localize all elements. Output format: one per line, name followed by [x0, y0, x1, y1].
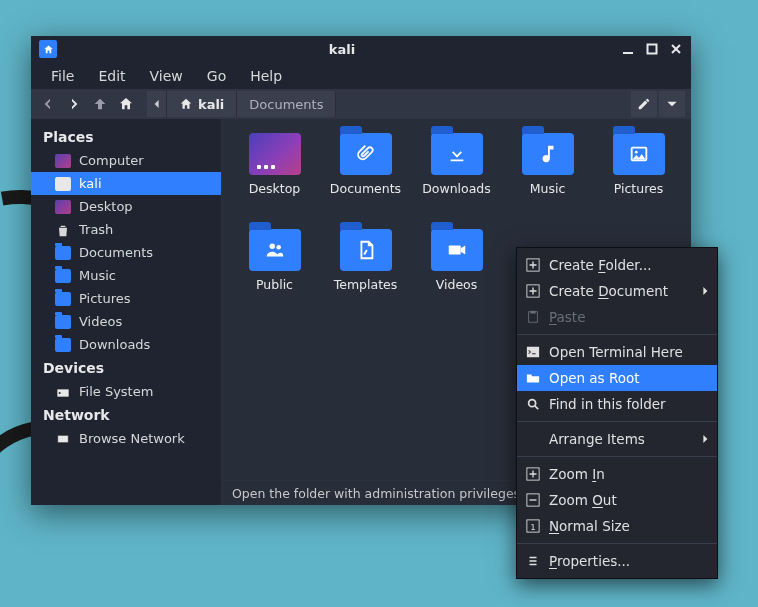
folder-icon	[340, 229, 392, 271]
folder-icon	[431, 133, 483, 175]
sidebar-item-browse-network[interactable]: Browse Network	[31, 427, 221, 450]
ctx-normal-size[interactable]: 1Normal Size	[517, 513, 717, 539]
menu-view[interactable]: View	[140, 65, 193, 87]
ctx-properties[interactable]: Properties...	[517, 548, 717, 574]
breadcrumb-home[interactable]: kali	[167, 91, 237, 117]
close-button[interactable]	[669, 42, 683, 56]
svg-rect-16	[530, 311, 535, 314]
ctx-create-folder[interactable]: Create Folder...	[517, 252, 717, 278]
ctx-create-document[interactable]: Create Document	[517, 278, 717, 304]
ctx-label: Create Document	[549, 283, 668, 299]
sidebar-item-label: Documents	[79, 245, 153, 260]
ctx-open-as-root[interactable]: Open as Root	[517, 365, 717, 391]
folder-label: Templates	[334, 277, 398, 292]
folder-pictures[interactable]: Pictures	[594, 133, 683, 225]
blank-icon	[55, 177, 71, 191]
nav-up-button[interactable]	[89, 93, 111, 115]
breadcrumb-history-button[interactable]	[147, 91, 167, 117]
path-dropdown-button[interactable]	[659, 91, 685, 117]
titlebar[interactable]: kali	[31, 36, 691, 62]
menu-separator	[517, 334, 717, 335]
folder-templates[interactable]: Templates	[321, 229, 410, 321]
sidebar-item-label: File System	[79, 384, 153, 399]
folder-label: Documents	[330, 181, 401, 196]
ctx-find-in-this-folder[interactable]: Find in this folder	[517, 391, 717, 417]
svg-point-5	[59, 392, 61, 394]
ctx-zoom-out[interactable]: Zoom Out	[517, 487, 717, 513]
ctx-paste: Paste	[517, 304, 717, 330]
menu-help[interactable]: Help	[240, 65, 292, 87]
nav-forward-button[interactable]	[63, 93, 85, 115]
sidebar-item-videos[interactable]: Videos	[31, 310, 221, 333]
window-title: kali	[63, 42, 621, 57]
ctx-open-terminal-here[interactable]: Open Terminal Here	[517, 339, 717, 365]
folder-icon	[55, 292, 71, 306]
sidebar-item-music[interactable]: Music	[31, 264, 221, 287]
folder-desktop[interactable]: Desktop	[230, 133, 319, 225]
ctx-label: Zoom Out	[549, 492, 617, 508]
context-menu: Create Folder...Create DocumentPasteOpen…	[516, 247, 718, 579]
sidebar-item-label: Music	[79, 268, 116, 283]
sidebar-item-pictures[interactable]: Pictures	[31, 287, 221, 310]
sidebar-item-desktop[interactable]: Desktop	[31, 195, 221, 218]
sidebar-item-label: Trash	[79, 222, 113, 237]
submenu-arrow-icon	[701, 431, 709, 447]
folder-documents[interactable]: Documents	[321, 133, 410, 225]
add-icon	[525, 257, 541, 273]
one-icon: 1	[525, 518, 541, 534]
minimize-button[interactable]	[621, 42, 635, 56]
maximize-button[interactable]	[645, 42, 659, 56]
folder-icon	[55, 246, 71, 260]
menu-go[interactable]: Go	[197, 65, 236, 87]
menu-separator	[517, 421, 717, 422]
search-icon	[525, 396, 541, 412]
breadcrumb-segment[interactable]: Documents	[237, 91, 336, 117]
blank-icon	[525, 431, 541, 447]
sidebar-item-computer[interactable]: Computer	[31, 149, 221, 172]
svg-point-10	[269, 244, 275, 250]
edit-path-button[interactable]	[631, 91, 657, 117]
folder-label: Pictures	[614, 181, 664, 196]
folder-downloads[interactable]: Downloads	[412, 133, 501, 225]
folder-icon	[55, 338, 71, 352]
sidebar-item-kali[interactable]: kali	[31, 172, 221, 195]
sidebar-item-downloads[interactable]: Downloads	[31, 333, 221, 356]
menubar: FileEditViewGoHelp	[31, 62, 691, 89]
folder-videos[interactable]: Videos	[412, 229, 501, 321]
folder-label: Desktop	[249, 181, 301, 196]
svg-text:1: 1	[530, 523, 535, 532]
sidebar-item-label: kali	[79, 176, 102, 191]
folder-label: Videos	[436, 277, 478, 292]
folder-icon	[431, 229, 483, 271]
ctx-label: Find in this folder	[549, 396, 666, 412]
sidebar-section-places: Places	[31, 125, 221, 149]
ctx-label: Arrange Items	[549, 431, 645, 447]
net-icon	[55, 432, 71, 446]
sidebar-item-file-system[interactable]: File System	[31, 380, 221, 403]
statusbar-text: Open the folder with administration priv…	[232, 486, 520, 501]
sidebar-item-documents[interactable]: Documents	[31, 241, 221, 264]
nav-home-button[interactable]	[115, 93, 137, 115]
sidebar-section-network: Network	[31, 403, 221, 427]
sidebar-item-label: Downloads	[79, 337, 150, 352]
sidebar-section-devices: Devices	[31, 356, 221, 380]
folder-icon	[525, 370, 541, 386]
svg-point-11	[276, 245, 281, 250]
sidebar-item-trash[interactable]: Trash	[31, 218, 221, 241]
folder-icon	[249, 229, 301, 271]
ctx-zoom-in[interactable]: Zoom In	[517, 461, 717, 487]
folder-label: Downloads	[422, 181, 491, 196]
menu-file[interactable]: File	[41, 65, 84, 87]
trash-icon	[55, 223, 71, 237]
folder-icon	[340, 133, 392, 175]
app-icon	[39, 40, 57, 58]
fs-icon	[55, 385, 71, 399]
nav-back-button[interactable]	[37, 93, 59, 115]
folder-public[interactable]: Public	[230, 229, 319, 321]
monitor-icon	[55, 154, 71, 168]
folder-icon	[522, 133, 574, 175]
svg-rect-12	[448, 245, 460, 254]
menu-edit[interactable]: Edit	[88, 65, 135, 87]
ctx-arrange-items[interactable]: Arrange Items	[517, 426, 717, 452]
folder-music[interactable]: Music	[503, 133, 592, 225]
